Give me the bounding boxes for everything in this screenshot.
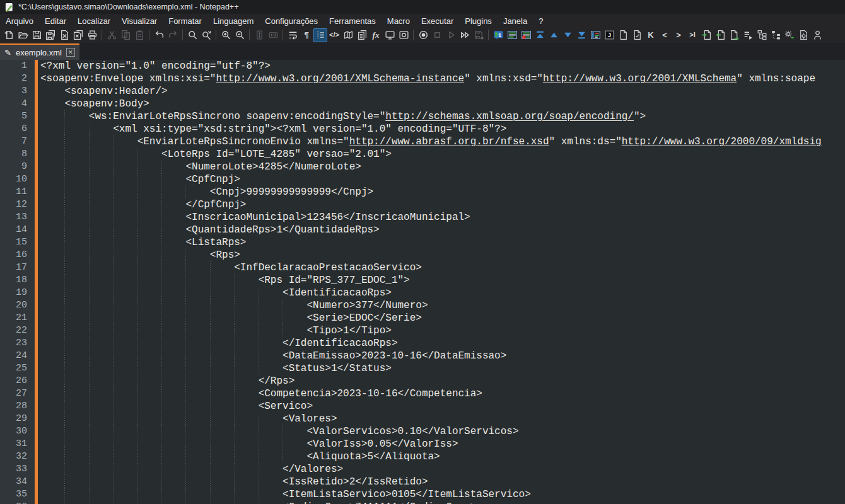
zoom-in-icon[interactable] [219,28,233,42]
plugin-compare-icon[interactable] [505,28,519,42]
code-line-8[interactable]: <LoteRps Id="LOTE_4285" versao="2.01"> [38,148,845,161]
menu-item-configuraes[interactable]: Configurações [259,14,323,27]
code-line-13[interactable]: <InscricaoMunicipal>123456</InscricaoMun… [38,211,845,224]
plugin-import-doc-2-icon[interactable] [713,28,727,42]
menu-item-plugins[interactable]: Plugins [459,14,498,27]
code-line-27[interactable]: <Competencia>2023-10-16</Competencia> [38,387,845,400]
tab-close-icon[interactable]: ✕ [66,48,75,57]
show-all-characters-icon[interactable]: ¶ [300,28,313,42]
code-line-34[interactable]: <IssRetido>2</IssRetido> [38,476,845,488]
word-wrap-icon[interactable] [286,28,300,42]
plugin-compare-clear-icon[interactable] [519,28,533,42]
code-line-17[interactable]: <InfDeclaracaoPrestacaoServico> [38,261,845,274]
url-link[interactable]: http://schemas.xmlsoap.org/soap/encoding… [385,111,634,122]
code-line-6[interactable]: <xml xsi:type="xsd:string"><?xml version… [38,123,845,135]
code-line-1[interactable]: <?xml version="1.0" encoding="utf-8"?> [38,60,845,72]
plugin-nav-end-icon[interactable]: >I [685,28,699,42]
code-line-23[interactable]: </IdentificacaoRps> [38,337,845,350]
code-line-35[interactable]: <ItemListaServico>0105</ItemListaServico… [38,488,845,501]
code-line-3[interactable]: <soapenv:Header/> [38,85,845,98]
plugin-import-doc-1-icon[interactable] [699,28,713,42]
view-snapshot-icon[interactable] [397,28,411,42]
code-line-33[interactable]: </Valores> [38,463,845,476]
code-line-30[interactable]: <ValorServicos>0.10</ValorServicos> [38,425,845,438]
menu-item-arquivo[interactable]: Arquivo [0,14,39,27]
menu-item-ferramentas[interactable]: Ferramentas [323,14,382,27]
menu-item-formatar[interactable]: Formatar [163,14,207,27]
code-line-29[interactable]: <Valores> [38,413,845,425]
function-list-icon[interactable]: fx [369,28,383,42]
undo-icon[interactable] [152,28,166,42]
code-line-2[interactable]: <soapenv:Envelope xmlns:xsi="http://www.… [38,72,845,85]
plugin-clipped-icon[interactable] [810,28,824,42]
code-line-4[interactable]: <soapenv:Body> [38,98,845,110]
menu-item-macro[interactable]: Macro [382,14,416,27]
plugin-nav-first-icon[interactable] [533,28,547,42]
code-line-25[interactable]: <Status>1</Status> [38,362,845,375]
code-line-14[interactable]: <QuantidadeRps>1</QuantidadeRps> [38,224,845,236]
code-line-24[interactable]: <DataEmissao>2023-10-16</DataEmissao> [38,350,845,362]
url-link[interactable]: http://www.abrasf.org.br/nfse.xsd [349,136,549,147]
new-file-icon[interactable] [2,28,16,42]
url-link[interactable]: http://www.w3.org/2001/XMLSchema-instanc… [216,73,464,84]
save-all-icon[interactable] [44,28,57,42]
print-icon[interactable] [85,28,99,42]
plugin-doc-options-icon[interactable] [796,28,810,42]
menu-item-localizar[interactable]: Localizar [72,14,116,27]
plugin-list-run-icon[interactable] [741,28,755,42]
editor-area[interactable]: 1234567891011121314151617181920212223242… [0,60,845,504]
plugin-navbar-badge-icon[interactable] [491,28,505,42]
user-defined-language-icon[interactable]: </> [327,28,341,42]
save-icon[interactable] [30,28,44,42]
code-area[interactable]: <?xml version="1.0" encoding="utf-8"?><s… [38,60,845,504]
code-line-10[interactable]: <CpfCnpj> [38,173,845,186]
plugin-tree-2-icon[interactable] [769,28,783,42]
plugin-tree-1-icon[interactable] [755,28,769,42]
replace-icon[interactable] [199,28,213,42]
plugin-doc-icon[interactable] [616,28,630,42]
code-line-19[interactable]: <IdentificacaoRps> [38,287,845,299]
plugin-nav-next-icon[interactable] [561,28,574,42]
code-line-21[interactable]: <Serie>EDOC</Serie> [38,312,845,324]
close-all-icon[interactable] [71,28,85,42]
plugin-nav-home-icon[interactable]: K [644,28,658,42]
code-line-31[interactable]: <ValorIss>0.05</ValorIss> [38,438,845,450]
menu-item-editar[interactable]: Editar [39,14,72,27]
macro-record-icon[interactable] [416,28,430,42]
document-list-icon[interactable] [355,28,369,42]
menu-item-janela[interactable]: Janela [498,14,533,27]
document-map-icon[interactable] [341,28,355,42]
menu-item-linguagem[interactable]: Linguagem [207,14,259,27]
open-file-icon[interactable] [16,28,30,42]
menu-item-visualizar[interactable]: Visualizar [116,14,163,27]
close-icon[interactable] [57,28,71,42]
show-indent-guide-icon[interactable] [313,28,327,42]
plugin-jstool-icon[interactable] [602,28,616,42]
code-line-28[interactable]: <Servico> [38,400,845,413]
monitoring-icon[interactable] [383,28,397,42]
code-line-9[interactable]: <NumeroLote>4285</NumeroLote> [38,161,845,173]
code-line-5[interactable]: <ws:EnviarLoteRpsSincrono soapenv:encodi… [38,110,845,123]
code-line-36[interactable]: <CodigoCnae>7411111</CodigoCnae> [38,501,845,504]
plugin-nav-back-icon[interactable]: < [658,28,672,42]
plugin-xml-tools-icon[interactable] [783,28,796,42]
code-line-26[interactable]: </Rps> [38,375,845,387]
find-icon[interactable] [185,28,199,42]
url-link[interactable]: http://www.w3.org/2001/XMLSchema [543,73,737,84]
code-line-22[interactable]: <Tipo>1</Tipo> [38,324,845,337]
plugin-nav-forward-icon[interactable]: > [672,28,685,42]
url-link[interactable]: http://www.w3.org/2000/09/xmldsig [622,136,822,147]
tab-exemplo-xml[interactable]: ✎ exemplo.xml ✕ [0,43,79,60]
code-line-7[interactable]: <EnviarLoteRpsSincronoEnvio xmlns="http:… [38,135,845,148]
code-line-12[interactable]: </CpfCnpj> [38,198,845,211]
code-line-18[interactable]: <Rps Id="RPS_377_EDOC_1"> [38,274,845,287]
plugin-nav-last-icon[interactable] [574,28,588,42]
plugin-doc-check-icon[interactable] [630,28,644,42]
code-line-11[interactable]: <Cnpj>99999999999999</Cnpj> [38,186,845,198]
menu-item-executar[interactable]: Executar [416,14,459,27]
code-line-20[interactable]: <Numero>377</Numero> [38,299,845,312]
plugin-import-doc-3-icon[interactable] [727,28,741,42]
code-line-32[interactable]: <Aliquota>5</Aliquota> [38,450,845,463]
menu-item-?[interactable]: ? [533,14,549,27]
code-line-16[interactable]: <Rps> [38,249,845,261]
